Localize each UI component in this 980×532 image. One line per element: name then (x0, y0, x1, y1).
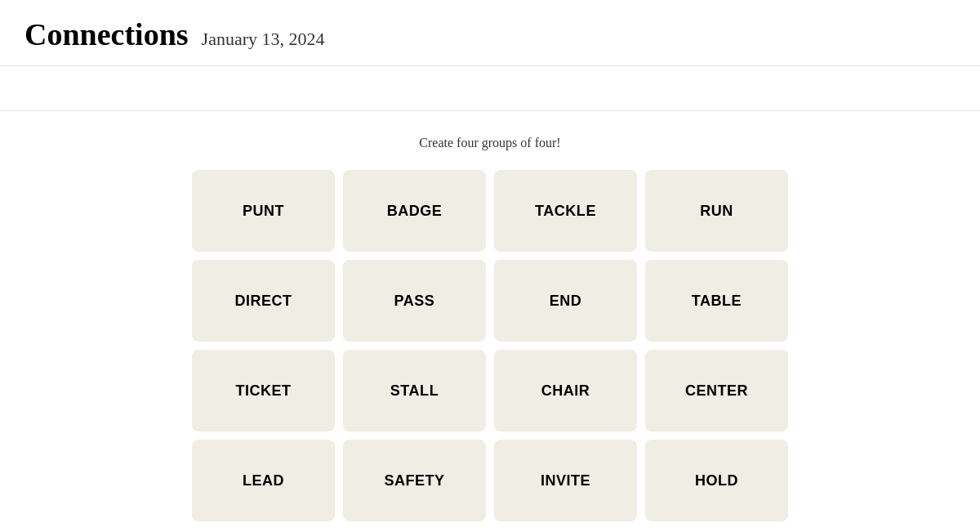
word-card[interactable]: HOLD (645, 440, 788, 521)
word-label: INVITE (541, 472, 590, 490)
game-title: Connections (24, 16, 189, 52)
word-card[interactable]: SAFETY (343, 440, 486, 521)
word-card[interactable]: CHAIR (494, 350, 637, 431)
word-label: BADGE (387, 203, 443, 220)
word-grid: PUNTBADGETACKLERUNDIRECTPASSENDTABLETICK… (192, 170, 788, 521)
word-label: CENTER (685, 382, 748, 400)
word-card[interactable]: LEAD (192, 440, 335, 521)
sub-header (0, 66, 980, 111)
word-card[interactable]: TICKET (192, 350, 335, 431)
word-card[interactable]: TABLE (645, 260, 788, 342)
word-card[interactable]: PUNT (192, 170, 335, 252)
word-label: TABLE (692, 293, 742, 310)
instruction-text: Create four groups of four! (419, 136, 560, 150)
word-label: RUN (700, 203, 733, 220)
word-card[interactable]: RUN (645, 170, 788, 252)
word-label: PASS (394, 293, 435, 310)
word-label: SAFETY (384, 472, 444, 490)
word-label: TACKLE (535, 203, 596, 220)
header: Connections January 13, 2024 (0, 0, 980, 66)
word-label: TICKET (235, 382, 291, 400)
word-label: CHAIR (541, 382, 590, 400)
word-label: PUNT (243, 203, 284, 220)
word-card[interactable]: END (494, 260, 637, 342)
word-label: DIRECT (234, 293, 292, 310)
word-label: LEAD (243, 472, 284, 490)
word-card[interactable]: CENTER (645, 350, 788, 431)
word-card[interactable]: BADGE (343, 170, 486, 252)
main-content: Create four groups of four! PUNTBADGETAC… (0, 111, 980, 532)
word-label: HOLD (695, 472, 738, 490)
word-card[interactable]: PASS (343, 260, 486, 342)
word-card[interactable]: INVITE (494, 440, 637, 521)
word-card[interactable]: TACKLE (494, 170, 637, 252)
word-label: END (550, 293, 582, 310)
word-card[interactable]: DIRECT (192, 260, 335, 342)
game-date: January 13, 2024 (202, 29, 325, 50)
header-title-row: Connections January 13, 2024 (24, 16, 956, 52)
word-label: STALL (390, 382, 439, 400)
word-card[interactable]: STALL (343, 350, 486, 431)
